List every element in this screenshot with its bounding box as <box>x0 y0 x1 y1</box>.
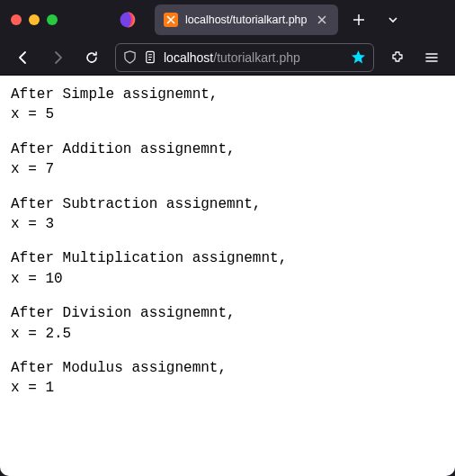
close-tab-button[interactable] <box>315 14 329 25</box>
forward-button[interactable] <box>43 43 72 72</box>
xampp-favicon <box>164 13 178 27</box>
maximize-window-button[interactable] <box>47 14 58 25</box>
new-tab-button[interactable] <box>345 6 372 33</box>
output-block: After Division assignemnt,x = 2.5 <box>11 303 444 344</box>
output-label: After Multiplication assignemnt, <box>11 248 444 268</box>
output-value: x = 1 <box>11 378 444 398</box>
titlebar: localhost/tutorialkart.php <box>0 0 455 40</box>
output-block: After Modulus assignemnt,x = 1 <box>11 358 444 399</box>
app-menu-button[interactable] <box>417 43 446 72</box>
reload-button[interactable] <box>77 43 106 72</box>
extensions-button[interactable] <box>383 43 412 72</box>
output-block: After Multiplication assignemnt,x = 10 <box>11 248 444 289</box>
navigation-toolbar: localhost/tutorialkart.php <box>0 40 455 76</box>
address-bar[interactable]: localhost/tutorialkart.php <box>115 43 374 72</box>
close-window-button[interactable] <box>11 14 22 25</box>
output-label: After Modulus assignemnt, <box>11 358 444 378</box>
output-label: After Subtraction assignemnt, <box>11 194 444 214</box>
output-value: x = 5 <box>11 104 444 124</box>
output-value: x = 3 <box>11 214 444 234</box>
url-path: /tutorialkart.php <box>213 50 300 65</box>
output-block: After Subtraction assignemnt,x = 3 <box>11 194 444 235</box>
window-controls <box>11 14 58 25</box>
browser-tab[interactable]: localhost/tutorialkart.php <box>155 4 338 35</box>
output-label: After Simple assignemnt, <box>11 85 444 104</box>
output-value: x = 2.5 <box>11 324 444 344</box>
back-button[interactable] <box>9 43 38 72</box>
output-value: x = 10 <box>11 269 444 289</box>
tabs-dropdown-button[interactable] <box>379 6 406 33</box>
url-host: localhost <box>164 50 213 65</box>
url-text: localhost/tutorialkart.php <box>164 50 343 65</box>
output-label: After Addition assignemnt, <box>11 139 444 159</box>
output-block: After Simple assignemnt,x = 5 <box>11 85 444 125</box>
bookmark-star-icon[interactable] <box>351 49 366 65</box>
tracking-protection-icon[interactable] <box>123 50 137 64</box>
output-label: After Division assignemnt, <box>11 303 444 323</box>
minimize-window-button[interactable] <box>29 14 40 25</box>
firefox-icon <box>119 11 137 29</box>
output-value: x = 7 <box>11 159 444 179</box>
tab-title: localhost/tutorialkart.php <box>185 13 308 26</box>
site-info-icon[interactable] <box>144 50 156 64</box>
output-block: After Addition assignemnt,x = 7 <box>11 139 444 180</box>
page-content: After Simple assignemnt,x = 5After Addit… <box>0 76 455 476</box>
